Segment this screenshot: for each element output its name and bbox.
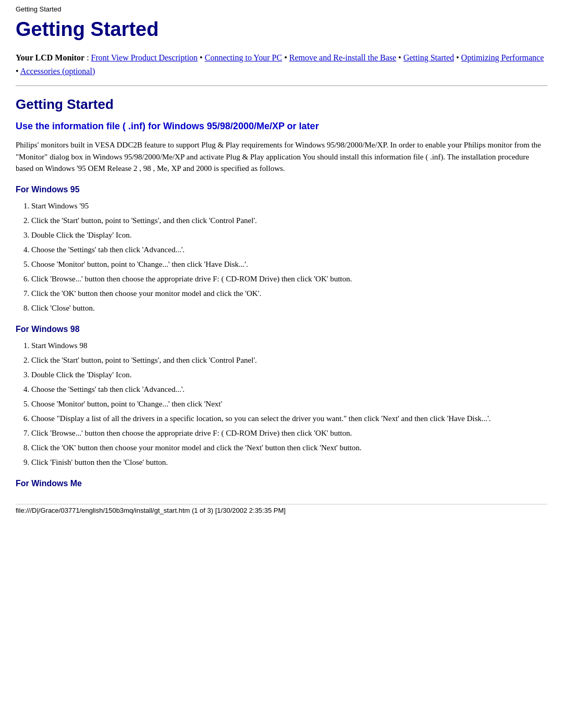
nav-link-optimizing[interactable]: Optimizing Performance xyxy=(461,53,544,62)
list-item: Click 'Browse...' button then choose the… xyxy=(31,273,547,285)
list-item: Start Windows 98 xyxy=(31,339,547,352)
list-item: Click the 'Start' button, point to 'Sett… xyxy=(31,214,547,227)
list-item: Click the 'OK' button then choose your m… xyxy=(31,441,547,454)
divider xyxy=(16,85,547,86)
intro-paragraph: Philips' monitors built in VESA DDC2B fe… xyxy=(16,139,547,175)
list-item: Double Click the 'Display' Icon. xyxy=(31,368,547,381)
list-item: Choose the 'Settings' tab then click 'Ad… xyxy=(31,243,547,256)
list-item: Double Click the 'Display' Icon. xyxy=(31,229,547,241)
windows-98-title: For Windows 98 xyxy=(16,325,547,334)
nav-link-remove[interactable]: Remove and Re-install the Base xyxy=(289,53,396,62)
list-item: Start Windows '95 xyxy=(31,200,547,212)
page-title: Getting Started xyxy=(16,18,547,41)
subtitle: Use the information file ( .inf) for Win… xyxy=(16,121,547,132)
browser-tab: Getting Started xyxy=(16,5,547,13)
windows-95-title: For Windows 95 xyxy=(16,185,547,194)
status-bar: file:///D|/Grace/03771/english/150b3mq/i… xyxy=(16,504,547,514)
list-item: Click the 'OK' button then choose your m… xyxy=(31,287,547,300)
windows-98-steps: Start Windows 98 Click the 'Start' butto… xyxy=(31,339,547,468)
nav-link-accessories[interactable]: Accessories (optional) xyxy=(20,67,95,76)
list-item: Click 'Finish' button then the 'Close' b… xyxy=(31,456,547,468)
list-item: Choose "Display a list of all the driver… xyxy=(31,412,547,425)
nav-link-getting-started[interactable]: Getting Started xyxy=(403,53,454,62)
windows-95-steps: Start Windows '95 Click the 'Start' butt… xyxy=(31,200,547,314)
list-item: Click 'Browse...' button then choose the… xyxy=(31,427,547,439)
nav-link-connecting[interactable]: Connecting to Your PC xyxy=(205,53,282,62)
nav-colon: : xyxy=(87,53,91,62)
list-item: Click the 'Start' button, point to 'Sett… xyxy=(31,354,547,366)
list-item: Choose 'Monitor' button, point to 'Chang… xyxy=(31,258,547,270)
list-item: Choose 'Monitor' button, point to 'Chang… xyxy=(31,398,547,410)
nav-section: Your LCD Monitor : Front View Product De… xyxy=(16,51,547,78)
windows-me-title: For Windows Me xyxy=(16,479,547,488)
nav-link-front-view[interactable]: Front View Product Description xyxy=(91,53,198,62)
list-item: Choose the 'Settings' tab then click 'Ad… xyxy=(31,383,547,396)
section-title: Getting Started xyxy=(16,96,547,113)
list-item: Click 'Close' button. xyxy=(31,302,547,314)
nav-prefix: Your LCD Monitor xyxy=(16,53,84,62)
